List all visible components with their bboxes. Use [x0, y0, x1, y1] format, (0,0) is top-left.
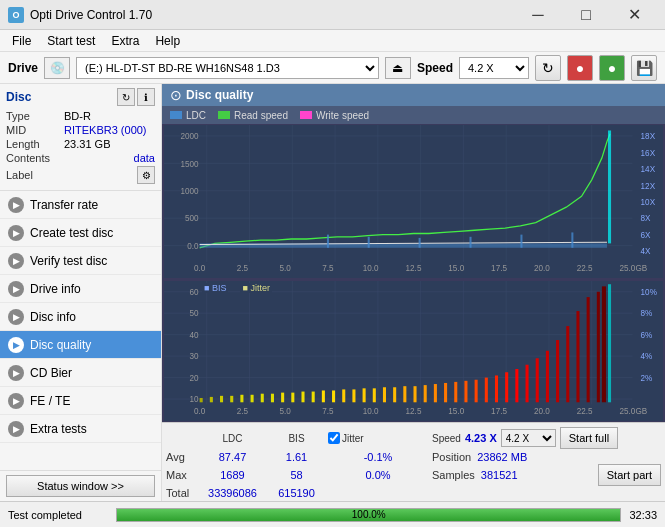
sidebar-item-transfer-rate[interactable]: ▶ Transfer rate: [0, 191, 161, 219]
svg-text:2.5: 2.5: [237, 263, 249, 273]
create-test-disc-label: Create test disc: [30, 226, 113, 240]
samples-value: 381521: [481, 469, 518, 481]
disc-refresh-btn[interactable]: ↻: [117, 88, 135, 106]
svg-rect-110: [414, 387, 417, 403]
jitter-checkbox[interactable]: [328, 432, 340, 444]
sidebar-item-verify-test-disc[interactable]: ▶ Verify test disc: [0, 247, 161, 275]
svg-rect-96: [271, 394, 274, 403]
disc-quality-header: ⊙ Disc quality: [162, 84, 665, 106]
svg-rect-99: [301, 392, 304, 403]
max-ldc: 1689: [200, 469, 265, 481]
ldc-color: [170, 111, 182, 119]
disc-section: Disc ↻ ℹ Type BD-R MID RITEKBR3 (000) Le…: [0, 84, 161, 191]
svg-text:10: 10: [190, 395, 199, 405]
svg-rect-119: [505, 373, 508, 403]
extra-tests-label: Extra tests: [30, 422, 87, 436]
sidebar-item-cd-bier[interactable]: ▶ CD Bier: [0, 359, 161, 387]
maximize-button[interactable]: □: [563, 0, 609, 30]
svg-rect-128: [597, 292, 600, 403]
svg-text:22.5: 22.5: [577, 406, 593, 416]
sidebar-item-create-test-disc[interactable]: ▶ Create test disc: [0, 219, 161, 247]
disc-title: Disc: [6, 90, 31, 104]
window-controls: ─ □ ✕: [515, 0, 657, 30]
refresh-btn[interactable]: ↻: [535, 55, 561, 81]
sidebar-item-extra-tests[interactable]: ▶ Extra tests: [0, 415, 161, 443]
bottom-chart-svg: 60 50 40 30 20 10 0.0 2.5 5.0 7.5 10.0 1…: [164, 281, 663, 421]
sidebar-item-drive-info[interactable]: ▶ Drive info: [0, 275, 161, 303]
legend-ldc-label: LDC: [186, 110, 206, 121]
eject-btn[interactable]: ⏏: [385, 57, 411, 79]
svg-rect-100: [312, 392, 315, 403]
svg-text:0.0: 0.0: [194, 263, 206, 273]
svg-rect-102: [332, 391, 335, 403]
speed-select[interactable]: 4.2 X: [459, 57, 529, 79]
sidebar-item-disc-info[interactable]: ▶ Disc info: [0, 303, 161, 331]
read-speed-color: [218, 111, 230, 119]
color-btn1[interactable]: ●: [567, 55, 593, 81]
transfer-rate-label: Transfer rate: [30, 198, 98, 212]
svg-text:10.0: 10.0: [363, 406, 379, 416]
svg-rect-109: [403, 387, 406, 403]
type-label: Type: [6, 110, 64, 122]
speed-stat-select[interactable]: 4.2 X: [501, 429, 556, 447]
svg-rect-108: [393, 388, 396, 403]
legend-write-speed-label: Write speed: [316, 110, 369, 121]
contents-label: Contents: [6, 152, 64, 164]
svg-rect-120: [515, 369, 518, 402]
avg-ldc: 87.47: [200, 451, 265, 463]
extra-tests-icon: ▶: [8, 421, 24, 437]
sidebar-item-fe-te[interactable]: ▶ FE / TE: [0, 387, 161, 415]
type-value: BD-R: [64, 110, 155, 122]
svg-text:4X: 4X: [641, 246, 651, 256]
legend-write-speed: Write speed: [300, 110, 369, 121]
write-speed-color: [300, 111, 312, 119]
sidebar-item-disc-quality[interactable]: ▶ Disc quality: [0, 331, 161, 359]
svg-text:12X: 12X: [641, 180, 656, 190]
label-icon-btn[interactable]: ⚙: [137, 166, 155, 184]
svg-rect-42: [327, 235, 329, 248]
svg-text:10X: 10X: [641, 197, 656, 207]
max-bis: 58: [269, 469, 324, 481]
drive-select[interactable]: (E:) HL-DT-ST BD-RE WH16NS48 1.D3: [76, 57, 379, 79]
create-test-disc-icon: ▶: [8, 225, 24, 241]
svg-rect-46: [520, 235, 522, 248]
menu-extra[interactable]: Extra: [103, 32, 147, 50]
svg-text:16X: 16X: [641, 147, 656, 157]
svg-rect-121: [526, 365, 529, 403]
drive-info-icon: ▶: [8, 281, 24, 297]
svg-text:17.5: 17.5: [491, 263, 507, 273]
verify-test-disc-icon: ▶: [8, 253, 24, 269]
svg-rect-101: [322, 391, 325, 403]
drive-icon-btn[interactable]: 💿: [44, 57, 70, 79]
menu-start-test[interactable]: Start test: [39, 32, 103, 50]
svg-rect-90: [210, 397, 213, 402]
position-label: Position: [432, 451, 471, 463]
svg-text:15.0: 15.0: [448, 263, 464, 273]
menu-help[interactable]: Help: [147, 32, 188, 50]
svg-text:12.5: 12.5: [406, 406, 422, 416]
svg-rect-112: [434, 385, 437, 403]
svg-text:18X: 18X: [641, 131, 656, 141]
svg-rect-95: [261, 394, 264, 403]
chart-legend: LDC Read speed Write speed: [162, 106, 665, 124]
start-part-button[interactable]: Start part: [598, 464, 661, 486]
label-label: Label: [6, 169, 64, 181]
nav-items: ▶ Transfer rate ▶ Create test disc ▶ Ver…: [0, 191, 161, 470]
menu-file[interactable]: File: [4, 32, 39, 50]
svg-text:40: 40: [190, 330, 199, 340]
svg-text:60: 60: [190, 287, 199, 297]
status-window-button[interactable]: Status window >>: [6, 475, 155, 497]
content-area: ⊙ Disc quality LDC Read speed Write spee…: [162, 84, 665, 501]
start-full-button[interactable]: Start full: [560, 427, 618, 449]
svg-rect-92: [230, 396, 233, 402]
minimize-button[interactable]: ─: [515, 0, 561, 30]
app-icon: O: [8, 7, 24, 23]
disc-info-icon: ▶: [8, 309, 24, 325]
svg-text:6%: 6%: [641, 330, 653, 340]
svg-rect-118: [495, 376, 498, 403]
save-btn[interactable]: 💾: [631, 55, 657, 81]
status-text: Test completed: [8, 509, 108, 521]
color-btn2[interactable]: ●: [599, 55, 625, 81]
disc-info-btn[interactable]: ℹ: [137, 88, 155, 106]
close-button[interactable]: ✕: [611, 0, 657, 30]
